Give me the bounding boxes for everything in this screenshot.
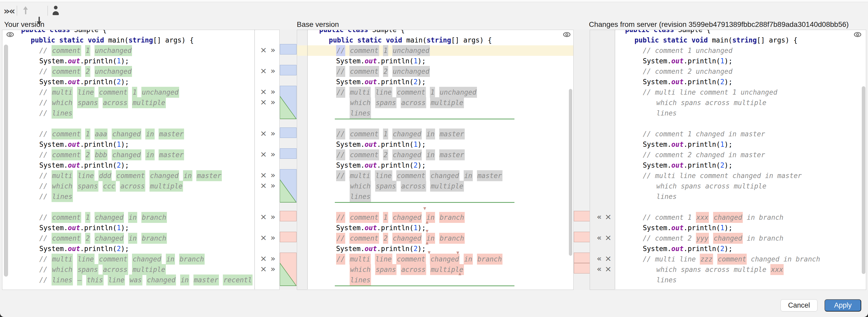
apply-change-button[interactable]: » [271,97,275,107]
apply-change-button[interactable]: » [271,87,275,96]
ignore-change-button[interactable]: × [260,170,267,180]
code-line: public static void main(string[] args) { [634,35,798,46]
diff-word-highlight: which [52,181,73,192]
scrollbar-thumb[interactable] [569,89,572,256]
diff-word-highlight: line [108,275,125,285]
ignore-change-button[interactable]: × [260,149,267,159]
diff-word-highlight: spans [375,97,397,108]
ignore-change-button[interactable]: × [605,212,612,221]
diff-word-highlight: was [129,275,143,285]
ignore-change-button[interactable]: × [260,45,267,55]
apply-change-button[interactable]: » [271,212,275,221]
apply-button[interactable]: Apply [825,299,861,312]
diff-word-highlight: master [196,170,222,181]
eye-icon[interactable] [563,32,570,37]
apply-change-button[interactable]: » [271,181,275,190]
previous-change-icon[interactable] [22,6,29,16]
code-line: // comment 1 unchanged [336,46,430,56]
conflict-block-marker [574,211,590,221]
diff-word-highlight: // [336,149,345,160]
diff-word-highlight: in [464,254,473,265]
apply-change-button[interactable]: » [271,128,275,138]
code-line: System.out.println(1); [643,223,732,233]
apply-change-button[interactable]: » [271,66,275,75]
diff-word-highlight: line [77,254,94,265]
user-silhouette-icon[interactable] [52,5,59,16]
diff-word-highlight: multi [52,170,73,181]
code-line: // comment 2 changed in branch [39,233,167,243]
code-line: System.out.println(2); [336,77,426,87]
diff-word-highlight: 1 [430,87,435,98]
apply-change-button[interactable]: « [597,233,602,242]
scrollbar-thumb[interactable] [862,86,865,274]
ignore-change-button[interactable]: × [260,254,267,263]
ignore-change-button[interactable]: × [260,128,267,138]
diff-word-highlight: in [128,212,137,223]
code-line: System.out.println(1); [336,139,426,150]
code-line: public class Sample { [625,30,711,35]
ignore-change-button[interactable]: × [260,181,267,190]
diff-word-highlight: 2 [85,66,90,77]
diff-word-highlight: branch [477,254,502,265]
apply-change-button[interactable]: » [271,233,275,242]
apply-change-button[interactable]: « [597,264,602,273]
diff-word-highlight: changed [392,149,422,160]
diff-word-highlight: comment [52,128,81,140]
code-area[interactable]: public class Sample {public static void … [590,30,866,290]
your-version-editor[interactable]: public class Sample {public static void … [2,30,280,290]
diff-word-highlight: comment [52,66,81,77]
diff-word-highlight: multi [52,87,73,98]
change-boundary-line [335,285,515,286]
apply-change-button[interactable]: » [271,254,275,263]
ignore-change-button[interactable]: × [260,97,267,107]
diff-word-highlight: branch [439,212,465,223]
cancel-button[interactable]: Cancel [780,299,817,312]
apply-all-non-conflicting-icon[interactable]: »« [3,6,14,16]
diff-word-highlight: in [180,275,189,285]
change-actions: ×» [260,97,275,107]
diff-word-highlight: comment [349,149,379,160]
apply-change-button[interactable]: » [271,264,275,273]
diff-word-highlight: comment [52,149,81,160]
apply-change-button[interactable]: » [271,45,275,55]
change-block-marker [280,44,297,55]
diff-word-highlight: lines [52,275,73,285]
apply-change-button[interactable]: » [271,149,275,159]
code-line: System.out.println(2); [643,77,732,87]
code-line: // multi line zzz comment changed in bra… [643,254,820,264]
server-version-editor[interactable]: public class Sample {public static void … [590,30,866,290]
diff-word-highlight: comment [349,45,379,56]
scrollbar-thumb[interactable] [4,45,8,277]
diff-word-highlight: which [52,97,73,108]
diff-word-highlight: unchanged [142,87,179,98]
toolbar-separator [48,6,48,16]
diff-word-highlight: comment [98,254,128,265]
code-area[interactable]: public class Sample {public static void … [297,30,573,290]
merge-conflicts-dialog: »« Your version Base version Changes fro… [0,0,868,317]
code-line: System.out.println(2); [643,243,732,254]
code-area[interactable]: public class Sample {public static void … [2,30,254,290]
diff-word-highlight: multi [349,87,371,98]
ignore-change-button[interactable]: × [260,66,267,75]
base-version-editor[interactable]: public class Sample {public static void … [297,30,574,290]
diff-word-highlight: yyy [696,233,709,244]
ignore-change-button[interactable]: × [260,233,267,242]
apply-change-button[interactable]: » [271,170,275,180]
apply-change-button[interactable]: « [597,212,602,221]
ignore-change-button[interactable]: × [260,87,267,96]
ignore-change-button[interactable]: × [260,264,267,273]
ignore-change-button[interactable]: × [605,233,612,242]
code-line: // which spans ccc across multiple [39,181,183,191]
apply-change-button[interactable]: « [597,254,602,263]
ignore-change-button[interactable]: × [260,212,267,221]
diff-word-highlight: multi [349,254,371,265]
eye-icon[interactable] [6,32,14,37]
ignore-change-button[interactable]: × [605,264,612,273]
diff-word-highlight: changed [392,128,422,140]
code-line: lines [656,275,677,285]
eye-icon[interactable] [854,32,861,37]
code-line: System.out.println(2); [39,243,129,254]
ignore-change-button[interactable]: × [605,254,612,263]
diff-word-highlight: 1 [383,212,388,223]
diff-word-highlight: which [350,97,371,108]
